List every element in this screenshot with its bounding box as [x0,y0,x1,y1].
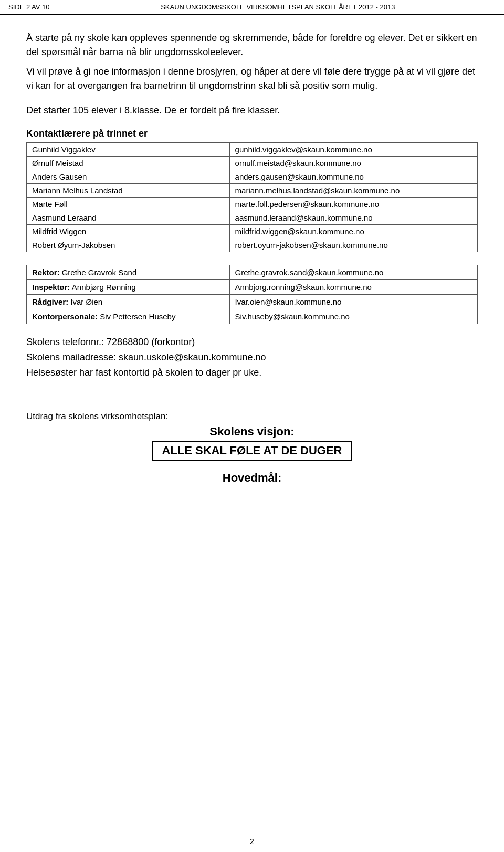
contact-email: anders.gausen@skaun.kommune.no [229,170,477,184]
contact-name: Aasmund Leraand [27,211,230,225]
admin-label-name: Inspektør: Annbjørg Rønning [27,280,230,295]
stats-section: Det starter 105 elever i 8.klasse. De er… [26,103,478,118]
contact-table-row: Ørnulf Meistadornulf.meistad@skaun.kommu… [27,157,478,170]
contact-email: ornulf.meistad@skaun.kommune.no [229,157,477,170]
page-container: SIDE 2 AV 10 SKAUN UNGDOMSSKOLE VIRKSOMH… [0,0,504,852]
contact-table-row: Marte Føllmarte.foll.pedersen@skaun.komm… [27,198,478,211]
contact-table-row: Gunhild Viggaklevgunhild.viggaklev@skaun… [27,143,478,157]
header-title: SKAUN UNGDOMSSKOLE VIRKSOMHETSPLAN SKOLE… [60,3,496,11]
contact-email: robert.oyum-jakobsen@skaun.kommune.no [229,238,477,252]
contact-email: marte.foll.pedersen@skaun.kommune.no [229,198,477,211]
admin-label-name: Kontorpersonale: Siv Pettersen Huseby [27,309,230,324]
contact-email: mariann.melhus.landstad@skaun.kommune.no [229,184,477,198]
admin-table-row: Kontorpersonale: Siv Pettersen HusebySiv… [27,309,478,324]
contact-name: Marte Føll [27,198,230,211]
contact-name: Ørnulf Meistad [27,157,230,170]
contact-name: Anders Gausen [27,170,230,184]
intro-paragraph1: Å starte på ny skole kan oppleves spenne… [26,31,478,59]
contact-email: gunhild.viggaklev@skaun.kommune.no [229,143,477,157]
contact-table-row: Aasmund Leraandaasmund.leraand@skaun.kom… [27,211,478,225]
admin-email: Annbjorg.ronning@skaun.kommune.no [229,280,477,295]
admin-email: Grethe.gravrok.sand@skaun.kommune.no [229,265,477,280]
page-number: 2 [250,837,254,846]
intro-section: Å starte på ny skole kan oppleves spenne… [26,31,478,93]
contact-email: mildfrid.wiggen@skaun.kommune.no [229,225,477,238]
admin-table-row: Inspektør: Annbjørg RønningAnnbjorg.ronn… [27,280,478,295]
vision-section: Utdrag fra skolens virksomhetsplan: Skol… [26,411,478,485]
school-phone: Skolens telefonnr.: 72868800 (forkontor) [26,335,478,350]
contact-table-row: Anders Gausenanders.gausen@skaun.kommune… [27,170,478,184]
contact-table-row: Robert Øyum-Jakobsenrobert.oyum-jakobsen… [27,238,478,252]
intro-paragraph2: Vi vil prøve å gi noe informasjon i denn… [26,65,478,93]
contact-name: Gunhild Viggaklev [27,143,230,157]
header-side: SIDE 2 AV 10 [8,3,50,11]
contact-heading: Kontaktlærere på trinnet er [26,128,478,139]
stats-text: Det starter 105 elever i 8.klasse. De er… [26,103,478,118]
contact-table: Gunhild Viggaklevgunhild.viggaklev@skaun… [26,142,478,252]
contact-teachers-section: Kontaktlærere på trinnet er Gunhild Vigg… [26,128,478,252]
admin-email: Ivar.oien@skaun.kommune.no [229,295,477,309]
admin-email: Siv.huseby@skaun.kommune.no [229,309,477,324]
admin-label-name: Rektor: Grethe Gravrok Sand [27,265,230,280]
contact-name: Mildfrid Wiggen [27,225,230,238]
vision-title: Skolens visjon: [26,425,478,439]
school-health: Helsesøster har fast kontortid på skolen… [26,365,478,380]
contact-table-row: Mildfrid Wiggenmildfrid.wiggen@skaun.kom… [27,225,478,238]
vision-intro: Utdrag fra skolens virksomhetsplan: [26,411,478,422]
contact-name: Robert Øyum-Jakobsen [27,238,230,252]
contact-name: Mariann Melhus Landstad [27,184,230,198]
page-header: SIDE 2 AV 10 SKAUN UNGDOMSSKOLE VIRKSOMH… [0,0,504,15]
contact-email: aasmund.leraand@skaun.kommune.no [229,211,477,225]
admin-table: Rektor: Grethe Gravrok SandGrethe.gravro… [26,265,478,324]
vision-slogan-container: ALLE SKAL FØLE AT DE DUGER [26,441,478,461]
main-content: Å starte på ny skole kan oppleves spenne… [0,15,504,501]
vision-slogan: ALLE SKAL FØLE AT DE DUGER [152,441,351,461]
admin-label-name: Rådgiver: Ivar Øien [27,295,230,309]
contact-table-row: Mariann Melhus Landstadmariann.melhus.la… [27,184,478,198]
admin-table-row: Rektor: Grethe Gravrok SandGrethe.gravro… [27,265,478,280]
school-email: Skolens mailadresse: skaun.uskole@skaun.… [26,350,478,365]
school-contact: Skolens telefonnr.: 72868800 (forkontor)… [26,335,478,380]
admin-table-row: Rådgiver: Ivar ØienIvar.oien@skaun.kommu… [27,295,478,309]
main-goal: Hovedmål: [26,471,478,485]
